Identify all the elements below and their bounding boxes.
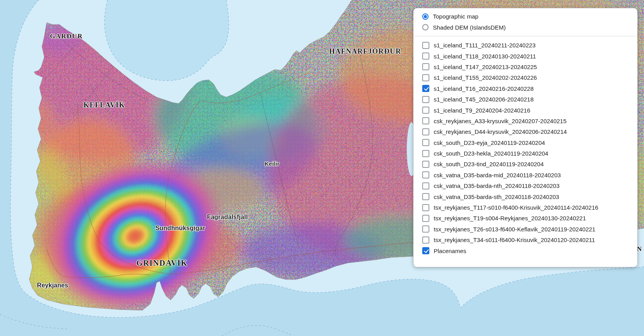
basemap-label: Shaded DEM (IslandsDEM)	[433, 24, 506, 30]
layer-row[interactable]: csk_vatna_D35-barda-sth_20240118-2024020…	[422, 191, 637, 202]
layer-label[interactable]: tsx_reykjanes_T26-s013-f6400-Keflavik_20…	[434, 226, 595, 232]
checkbox-icon[interactable]	[422, 85, 429, 92]
layer-label[interactable]: csk_south_D23-tind_20240119-20240204	[434, 161, 544, 167]
layer-control-panel: Topographic map Shaded DEM (IslandsDEM) …	[413, 8, 638, 267]
layer-row[interactable]: csk_south_D23-hekla_20240119-20240204	[422, 148, 637, 159]
layer-label[interactable]: csk_reykjanes_D44-krysuvik_20240206-2024…	[434, 129, 567, 135]
layer-label[interactable]: s1_iceland_T111_20240211-20240223	[434, 42, 536, 48]
checkbox-icon[interactable]	[422, 182, 429, 190]
layer-label[interactable]: csk_vatna_D35-barda-sth_20240118-2024020…	[434, 194, 559, 200]
layer-label[interactable]: s1_iceland_T45_20240206-20240218	[434, 96, 534, 102]
layer-label[interactable]: csk_vatna_D35-barda-mid_20240118-2024020…	[434, 172, 561, 178]
checkbox-icon[interactable]	[422, 215, 429, 222]
basemap-options: Topographic map Shaded DEM (IslandsDEM)	[422, 11, 637, 33]
layer-row[interactable]: csk_vatna_D35-barda-mid_20240118-2024020…	[422, 170, 637, 180]
checkbox-icon[interactable]	[422, 42, 429, 49]
map-place-label: GRINDAVÍK	[136, 259, 188, 268]
layer-row[interactable]: csk_south_D23-tind_20240119-20240204	[422, 159, 637, 169]
layer-row[interactable]: csk_south_D23-eyja_20240119-20240204	[422, 137, 637, 148]
map-place-label: GARÐUR	[50, 32, 83, 40]
checkbox-icon[interactable]	[422, 74, 429, 81]
layer-label[interactable]: tsx_reykjanes_T117-s010-f6400-Krisuvik_2…	[434, 205, 598, 210]
basemap-label: Topographic map	[433, 13, 478, 19]
layer-row[interactable]: csk_vatna_D35-barda-nth_20240118-2024020…	[422, 180, 637, 191]
map-place-label: Keilir	[264, 160, 280, 167]
checkbox-icon[interactable]	[422, 53, 429, 60]
layer-row[interactable]: tsx_reykjanes_T19-s004-Reykjanes_2024013…	[422, 213, 637, 223]
layer-row[interactable]: s1_iceland_T155_20240202-20240226	[422, 72, 637, 83]
layer-row[interactable]: tsx_reykjanes_T117-s010-f6400-Krisuvik_2…	[422, 202, 637, 213]
checkbox-icon[interactable]	[422, 150, 429, 157]
layer-row[interactable]: s1_iceland_T118_20240130-20240211	[422, 51, 637, 61]
layer-row[interactable]: s1_iceland_T45_20240206-20240218	[422, 94, 637, 105]
map-viewport[interactable]: GARÐUR KEFLAVÍK HAFNARFJÖRÐUR GRINDAVÍK …	[0, 0, 644, 336]
basemap-option[interactable]: Topographic map	[422, 11, 637, 22]
layer-label[interactable]: s1_iceland_T118_20240130-20240211	[434, 53, 536, 59]
layer-row[interactable]: s1_iceland_T16_20240216-20240228	[422, 83, 637, 94]
layer-label[interactable]: csk_reykjanes_A33-krysuvik_20240207-2024…	[434, 118, 567, 124]
layer-label[interactable]: tsx_reykjanes_T34-s011-f6400-Krisuvik_20…	[434, 237, 595, 243]
layer-label[interactable]: s1_iceland_T155_20240202-20240226	[434, 75, 537, 81]
layer-label[interactable]: csk_south_D23-eyja_20240119-20240204	[434, 140, 545, 146]
checkbox-icon[interactable]	[422, 237, 429, 244]
checkbox-icon[interactable]	[422, 128, 429, 135]
layer-row[interactable]: tsx_reykjanes_T34-s011-f6400-Krisuvik_20…	[422, 235, 637, 245]
layer-row[interactable]: s1_iceland_T9_20240204-20240216	[422, 105, 637, 115]
checkbox-icon[interactable]	[422, 63, 429, 70]
layer-label[interactable]: Placenames	[434, 248, 466, 254]
layer-label[interactable]: s1_iceland_T16_20240216-20240228	[434, 86, 534, 92]
layer-row[interactable]: csk_reykjanes_A33-krysuvik_20240207-2024…	[422, 116, 637, 126]
map-place-label: HAFNARFJÖRÐUR	[329, 47, 401, 56]
checkbox-icon[interactable]	[422, 139, 429, 146]
layer-label[interactable]: csk_south_D23-hekla_20240119-20240204	[434, 150, 548, 156]
checkbox-icon[interactable]	[422, 161, 429, 168]
layer-label[interactable]: s1_iceland_T9_20240204-20240216	[434, 107, 530, 113]
map-place-label: KEFLAVÍK	[83, 101, 125, 109]
checkbox-icon[interactable]	[422, 96, 429, 103]
checkbox-icon[interactable]	[422, 204, 429, 211]
checkbox-icon[interactable]	[422, 171, 429, 178]
radio-icon[interactable]	[422, 24, 429, 30]
checkbox-icon[interactable]	[422, 117, 429, 124]
layer-label[interactable]: tsx_reykjanes_T19-s004-Reykjanes_2024013…	[434, 215, 586, 221]
layer-list: s1_iceland_T111_20240211-20240223 s1_ice…	[422, 36, 637, 256]
layer-row[interactable]: Placenames	[422, 245, 637, 256]
checkbox-icon[interactable]	[422, 193, 429, 200]
layer-row[interactable]: s1_iceland_T111_20240211-20240223	[422, 40, 637, 51]
layer-row[interactable]: csk_reykjanes_D44-krysuvik_20240206-2024…	[422, 126, 637, 137]
checkbox-icon[interactable]	[422, 107, 429, 114]
map-place-label: Fagradalsfjall	[207, 214, 247, 221]
map-place-label: Sundhnúksgígar	[155, 225, 205, 232]
checkbox-icon[interactable]	[422, 225, 429, 233]
layer-label[interactable]: s1_iceland_T147_20240213-20240225	[434, 64, 537, 70]
radio-icon[interactable]	[422, 13, 429, 20]
layer-label[interactable]: csk_vatna_D35-barda-nth_20240118-2024020…	[434, 183, 559, 189]
checkbox-icon[interactable]	[422, 247, 429, 254]
basemap-option[interactable]: Shaded DEM (IslandsDEM)	[422, 22, 637, 33]
map-place-label: N	[637, 245, 642, 253]
layer-row[interactable]: s1_iceland_T147_20240213-20240225	[422, 62, 637, 72]
layer-row[interactable]: tsx_reykjanes_T26-s013-f6400-Keflavik_20…	[422, 224, 637, 235]
map-place-label: Reykjanes	[37, 282, 68, 289]
